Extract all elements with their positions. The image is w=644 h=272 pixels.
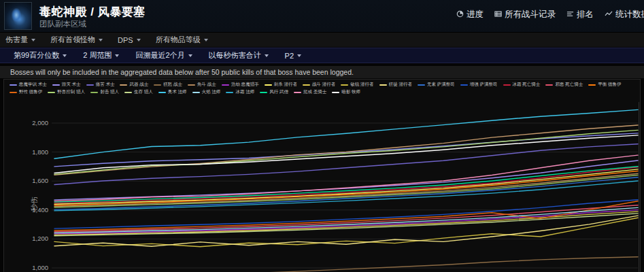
primary-filter-bar: 伤害量所有首领怪物DPS所有物品等级 — [0, 33, 644, 48]
series-line-冰霜 法师 — [54, 181, 638, 211]
legend-label: 刺杀 潜行者 — [274, 82, 297, 88]
legend-swatch — [418, 84, 425, 86]
series-line-狂怒 战士 — [54, 257, 638, 272]
dropdown-label: P2 — [285, 52, 294, 60]
notice-text: Bosses will only be included in the aggr… — [10, 68, 354, 76]
series-line-角斗 战士 — [54, 173, 638, 206]
chevron-down-icon — [31, 39, 35, 41]
nav-label: 进度 — [467, 9, 484, 20]
legend-item-24[interactable]: 惩戒 圣骑士 — [294, 89, 326, 95]
page-subtitle: 团队副本区域 — [39, 19, 86, 29]
legend-item-6[interactable]: 浩劫 恶魔猎手 — [222, 82, 259, 88]
series-line-武器 战士 — [54, 125, 638, 175]
boss-inclusion-notice: Bosses will only be included in the aggr… — [0, 66, 644, 78]
legend-swatch — [588, 84, 596, 86]
legend-item-15[interactable]: 平衡 德鲁伊 — [588, 82, 621, 88]
legend-swatch — [10, 84, 17, 86]
nav-progress[interactable]: 进度 — [456, 9, 484, 20]
legend-item-19[interactable]: 生存 猎人 — [124, 89, 153, 95]
legend-label: 战斗 潜行者 — [312, 82, 335, 88]
series-line-痛苦 术士 — [54, 144, 638, 185]
y-axis-tick-label: 1,200 — [32, 235, 48, 242]
legend-label: 风行 武僧 — [269, 89, 288, 95]
legend-item-16[interactable]: 野性 德鲁伊 — [10, 89, 42, 95]
legend-item-9[interactable]: 敏锐 潜行者 — [341, 82, 373, 88]
y-axis-tick-label: 1,600 — [32, 177, 48, 184]
legend-label: 狂徒 潜行者 — [389, 82, 412, 88]
legend-item-21[interactable]: 火焰 法师 — [192, 89, 221, 95]
legend-item-1[interactable]: 毁灭 术士 — [52, 82, 81, 88]
legend-swatch — [332, 92, 339, 93]
y-axis-tick-label: 1,400 — [32, 206, 48, 214]
nav-reports[interactable]: 所有战斗记录 — [494, 9, 556, 20]
series-line-元素 萨满祭司 — [54, 177, 638, 210]
series-line-战斗 潜行者 — [54, 211, 638, 235]
legend-item-5[interactable]: 角斗 战士 — [188, 82, 216, 88]
secondary-filter-dropdown-1[interactable]: 2 周范围 — [83, 50, 119, 61]
rankings-icon — [566, 10, 574, 20]
secondary-filter-dropdown-0[interactable]: 第99百分位数 — [14, 50, 67, 61]
primary-filter-dropdown-1[interactable]: 所有首领怪物 — [50, 35, 103, 45]
legend-item-0[interactable]: 恶魔学识 术士 — [10, 82, 47, 88]
legend-item-17[interactable]: 野兽控制 猎人 — [48, 89, 85, 95]
series-line-恶魔学识 术士 — [54, 133, 638, 167]
primary-filter-dropdown-3[interactable]: 所有物品等级 — [156, 35, 208, 45]
series-line-惩戒 圣骑士 — [54, 155, 638, 201]
legend-swatch — [260, 92, 267, 93]
secondary-filter-dropdown-3[interactable]: 以每秒伤害合计 — [209, 50, 269, 61]
legend-item-8[interactable]: 战斗 潜行者 — [303, 82, 335, 88]
y-axis-tick-label: 2,000 — [32, 119, 48, 126]
primary-filter-dropdown-2[interactable]: DPS — [118, 36, 141, 44]
secondary-filter-dropdown-2[interactable]: 回溯最近2个月 — [135, 50, 192, 61]
series-line-生存 猎人 — [54, 214, 638, 236]
legend-item-20[interactable]: 奥术 法师 — [158, 89, 187, 95]
legend-label: 增强 萨满祭司 — [470, 82, 498, 88]
primary-filter-dropdown-0[interactable]: 伤害量 — [5, 35, 35, 45]
chevron-down-icon — [204, 39, 208, 41]
legend-item-11[interactable]: 元素 萨满祭司 — [418, 82, 455, 88]
legend-swatch — [222, 84, 229, 86]
legend-swatch — [48, 92, 55, 93]
legend-swatch — [303, 84, 310, 86]
dps-statistics-chart-panel: 恶魔学识 术士毁灭 术士痛苦 术士武器 战士狂怒 战士角斗 战士浩劫 恶魔猎手刺… — [3, 79, 641, 272]
legend-item-22[interactable]: 冰霜 法师 — [226, 89, 254, 95]
nav-stats[interactable]: 统计数据 — [605, 9, 644, 20]
y-axis-title: 秒伤 — [30, 197, 38, 211]
secondary-filter-dropdown-4[interactable]: P2 — [285, 52, 301, 60]
series-line-敏锐 潜行者 — [54, 218, 638, 246]
nav-label: 所有战斗记录 — [505, 9, 556, 20]
legend-item-12[interactable]: 增强 萨满祭司 — [460, 82, 498, 88]
legend-item-13[interactable]: 冰霜 死亡骑士 — [503, 82, 541, 88]
legend-swatch — [90, 92, 98, 93]
nav-rankings[interactable]: 排名 — [566, 9, 594, 20]
legend-item-25[interactable]: 暗影 牧师 — [332, 89, 360, 95]
legend-swatch — [154, 84, 161, 86]
legend-item-10[interactable]: 狂徒 潜行者 — [379, 82, 412, 88]
legend-swatch — [341, 84, 348, 86]
legend-item-23[interactable]: 风行 武僧 — [260, 89, 288, 95]
series-line-邪恶 死亡骑士 — [54, 205, 638, 232]
chevron-down-icon — [63, 54, 67, 57]
legend-item-7[interactable]: 刺杀 潜行者 — [265, 82, 297, 88]
secondary-filter-bar: 第99百分位数2 周范围回溯最近2个月以每秒伤害合计P2 — [0, 48, 644, 63]
legend-item-18[interactable]: 射击 猎人 — [90, 89, 119, 95]
legend-label: 奥术 法师 — [168, 89, 187, 95]
series-line-平衡 德鲁伊 — [54, 171, 638, 206]
legend-swatch — [120, 84, 127, 86]
legend-label: 邪恶 死亡骑士 — [555, 82, 583, 88]
legend-item-3[interactable]: 武器 战士 — [120, 82, 148, 88]
dropdown-label: 伤害量 — [5, 35, 28, 45]
chevron-down-icon — [265, 54, 269, 57]
legend-label: 痛苦 术士 — [96, 82, 115, 88]
legend-item-4[interactable]: 狂怒 战士 — [154, 82, 182, 88]
legend-label: 野兽控制 猎人 — [57, 89, 85, 95]
legend-item-2[interactable]: 痛苦 术士 — [86, 82, 115, 88]
legend-item-14[interactable]: 邪恶 死亡骑士 — [545, 82, 583, 88]
y-axis-tick-label: 1,800 — [32, 148, 48, 156]
legend-swatch — [192, 92, 200, 93]
chevron-down-icon — [115, 54, 119, 57]
series-line-野兽控制 猎人 — [54, 130, 638, 174]
reports-icon — [494, 10, 502, 20]
legend-label: 元素 萨满祭司 — [427, 82, 455, 88]
chevron-down-icon — [297, 54, 301, 57]
